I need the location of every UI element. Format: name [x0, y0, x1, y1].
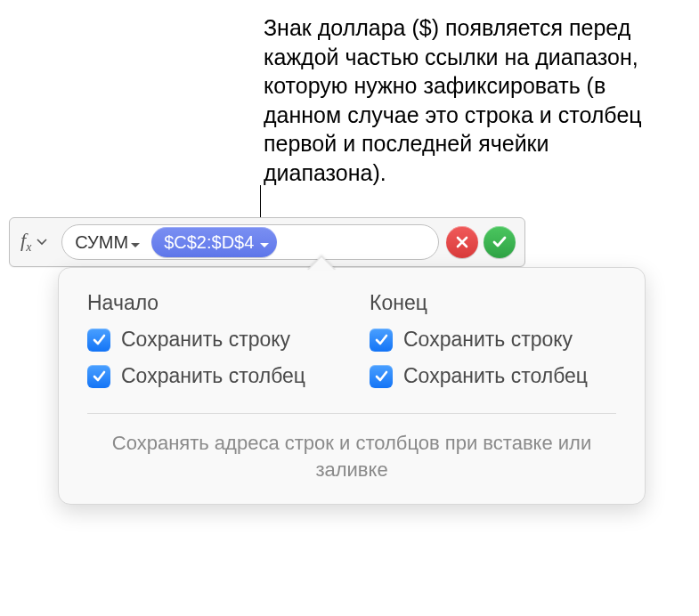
- checkbox-label: Сохранить строку: [121, 328, 290, 352]
- fx-icon: fx: [20, 229, 31, 255]
- fx-button[interactable]: fx: [10, 218, 54, 266]
- formula-input[interactable]: СУММ $C$2:$D$4: [61, 224, 439, 260]
- range-reference-token[interactable]: $C$2:$D$4: [151, 227, 277, 257]
- popover-arrow: [307, 255, 336, 270]
- start-heading: Начало: [87, 291, 334, 315]
- annotation-text: Знак доллара ($) появляется перед каждой…: [264, 13, 646, 187]
- popover-footer-note: Сохранять адреса строк и столбцов при вс…: [87, 430, 616, 482]
- end-column: Конец Сохранить строку Сохранить столбец: [370, 291, 616, 401]
- range-reference-text: $C$2:$D$4: [164, 232, 254, 253]
- close-icon: [455, 235, 469, 249]
- chevron-down-icon: [259, 232, 270, 253]
- checkbox-checked-icon: [87, 328, 110, 352]
- checkbox-checked-icon: [370, 328, 393, 352]
- checkbox-label: Сохранить столбец: [403, 364, 588, 388]
- formula-bar: fx СУММ $C$2:$D$4: [9, 217, 525, 267]
- preserve-end-col-checkbox[interactable]: Сохранить столбец: [370, 364, 616, 388]
- checkbox-label: Сохранить строку: [403, 328, 573, 352]
- reference-options-popover: Начало Сохранить строку Сохранить столбе…: [58, 267, 646, 505]
- checkbox-checked-icon: [87, 365, 110, 388]
- divider: [87, 413, 616, 414]
- preserve-end-row-checkbox[interactable]: Сохранить строку: [370, 328, 616, 352]
- checkbox-label: Сохранить столбец: [121, 364, 305, 388]
- preserve-start-col-checkbox[interactable]: Сохранить столбец: [87, 364, 334, 388]
- check-icon: [492, 234, 508, 250]
- preserve-start-row-checkbox[interactable]: Сохранить строку: [87, 328, 334, 352]
- start-column: Начало Сохранить строку Сохранить столбе…: [87, 291, 334, 401]
- cancel-button[interactable]: [446, 226, 478, 258]
- function-name: СУММ: [75, 232, 128, 253]
- end-heading: Конец: [370, 291, 616, 315]
- accept-button[interactable]: [484, 226, 516, 258]
- function-token[interactable]: СУММ: [68, 231, 144, 255]
- chevron-down-icon: [130, 232, 141, 253]
- chevron-down-icon: [37, 239, 47, 246]
- checkbox-checked-icon: [370, 365, 393, 388]
